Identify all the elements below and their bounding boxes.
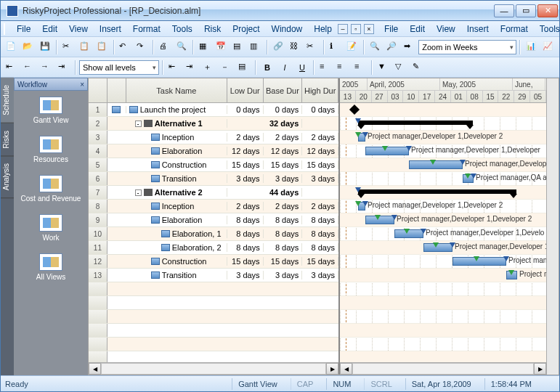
task-name-cell[interactable]: Construction xyxy=(126,160,227,169)
unlink-button[interactable]: ⛓ xyxy=(288,39,303,55)
expand-all-button[interactable]: ▤ xyxy=(236,60,252,75)
gantt-row[interactable] xyxy=(340,103,546,117)
cut-button[interactable]: ✂ xyxy=(60,39,76,55)
base-dur-cell[interactable]: 3 days xyxy=(264,174,303,183)
autofilter-button[interactable]: ▽ xyxy=(393,60,409,75)
mdi-minimize-button[interactable]: – xyxy=(338,24,348,34)
link-button[interactable]: 🔗 xyxy=(271,39,286,55)
menu-format[interactable]: Format xyxy=(127,23,166,36)
high-dur-cell[interactable]: 3 days xyxy=(302,174,338,183)
summary-bar[interactable] xyxy=(358,121,473,125)
gantt-row[interactable]: Project manager,Developer 1,Developer xyxy=(340,144,546,158)
low-dur-cell[interactable]: 0 days xyxy=(227,105,264,114)
nav-first-button[interactable]: ⇤ xyxy=(4,60,20,75)
task-row[interactable]: 9Elaboration8 days8 days8 days xyxy=(89,213,338,227)
menu-insert[interactable]: Insert xyxy=(94,23,127,36)
menu-tools[interactable]: Tools xyxy=(534,23,560,36)
base-dur-cell[interactable]: 44 days xyxy=(264,188,303,197)
outline-level-combo[interactable]: Show all levels xyxy=(79,60,159,75)
nav-next-button[interactable]: → xyxy=(38,60,54,75)
align-left-button[interactable]: ≡ xyxy=(317,60,333,75)
menu-edit[interactable]: Edit xyxy=(36,23,63,36)
align-right-button[interactable]: ≡ xyxy=(352,60,368,75)
menu-window[interactable]: Window xyxy=(266,23,309,36)
task-row[interactable]: 1Launch the project0 days0 days0 days xyxy=(89,103,338,117)
low-dur-cell[interactable]: 8 days xyxy=(227,229,264,238)
high-dur-cell[interactable]: 2 days xyxy=(302,202,338,211)
split-button[interactable]: ✂ xyxy=(305,39,320,55)
underline-button[interactable]: U xyxy=(294,60,310,75)
base-dur-cell[interactable]: 0 days xyxy=(264,105,303,114)
task-name-cell[interactable]: Elaboration xyxy=(126,216,227,224)
summary-bar[interactable] xyxy=(358,189,516,194)
task-bar[interactable] xyxy=(453,257,506,266)
gantt-chart[interactable]: 2005April, 2005May, 2005June, 1320270310… xyxy=(340,78,546,375)
sidebar-item-work[interactable]: Work xyxy=(14,208,88,248)
chart-button[interactable]: 📊 xyxy=(524,39,539,55)
gantt-row[interactable]: Project manager,Developer 1,Developer 2 xyxy=(340,213,546,227)
base-dur-cell[interactable]: 8 days xyxy=(264,216,303,224)
gantt-row[interactable]: Project mana xyxy=(340,269,546,282)
menu-format[interactable]: Format xyxy=(495,23,534,36)
view-risks-button[interactable]: ▥ xyxy=(248,39,263,55)
save-button[interactable]: 💾 xyxy=(38,39,53,55)
task-name-cell[interactable]: Elaboration, 1 xyxy=(126,229,227,238)
bold-button[interactable]: B xyxy=(259,60,275,75)
task-name-cell[interactable]: Elaboration, 2 xyxy=(126,243,227,252)
low-dur-cell[interactable]: 12 days xyxy=(227,147,264,155)
low-dur-cell[interactable]: 8 days xyxy=(227,243,264,252)
col-indicator[interactable] xyxy=(107,78,126,102)
mdi-close-button[interactable]: × xyxy=(364,24,374,34)
copy-button[interactable]: 📋 xyxy=(78,39,93,55)
task-row[interactable]: 2-Alternative 132 days xyxy=(89,117,338,131)
show-subtasks-button[interactable]: ＋ xyxy=(201,60,217,75)
task-bar[interactable] xyxy=(409,160,463,169)
task-row[interactable]: 13Transition3 days3 days3 days xyxy=(89,269,338,282)
task-name-cell[interactable]: Launch the project xyxy=(126,105,227,114)
high-dur-cell[interactable]: 15 days xyxy=(302,257,338,266)
gantt-row[interactable]: Project manager,Developer 1,Develo xyxy=(340,227,546,241)
report-button[interactable]: 📈 xyxy=(541,39,556,55)
base-dur-cell[interactable]: 8 days xyxy=(264,229,303,238)
task-row[interactable]: 11Elaboration, 28 days8 days8 days xyxy=(89,241,338,255)
col-task-name[interactable]: Task Name xyxy=(126,78,227,102)
zoom-out-button[interactable]: 🔎 xyxy=(384,39,399,55)
col-rownum[interactable] xyxy=(89,78,107,102)
task-name-cell[interactable]: Elaboration xyxy=(126,147,227,155)
gantt-hscroll[interactable]: ◀ ▶ xyxy=(340,362,546,375)
gantt-row[interactable]: Project manager,Developer 1,Developer 2 xyxy=(340,131,546,144)
gantt-row[interactable]: Project manager,Developer 1 xyxy=(340,241,546,255)
zoom-combo[interactable]: Zoom in Weeks xyxy=(418,40,516,54)
maximize-button[interactable]: ▭ xyxy=(516,4,536,17)
task-row[interactable]: 4Elaboration12 days12 days12 days xyxy=(89,144,338,158)
base-dur-cell[interactable]: 12 days xyxy=(264,147,303,155)
scroll-right-icon[interactable]: ▶ xyxy=(326,363,338,375)
milestone-icon[interactable] xyxy=(349,105,360,115)
high-dur-cell[interactable]: 15 days xyxy=(302,160,338,169)
task-row[interactable]: 7-Alternative 244 days xyxy=(89,186,338,200)
scroll-left-icon[interactable]: ◀ xyxy=(340,363,352,375)
expand-toggle-icon[interactable]: - xyxy=(135,189,142,196)
menu-help[interactable]: Help xyxy=(308,23,338,36)
align-center-button[interactable]: ≡ xyxy=(335,60,351,75)
minimize-button[interactable]: — xyxy=(494,4,514,17)
mdi-restore-button[interactable]: ▫ xyxy=(351,24,361,34)
task-name-cell[interactable]: Inception xyxy=(126,202,227,211)
nav-prev-button[interactable]: ← xyxy=(21,60,37,75)
titlebar[interactable]: RiskyProject Professional - [RP_Decision… xyxy=(1,1,559,21)
print-preview-button[interactable]: 🔍 xyxy=(174,39,190,55)
redo-button[interactable]: ↷ xyxy=(134,39,150,55)
task-name-cell[interactable]: -Alternative 2 xyxy=(126,188,227,197)
filter-button[interactable]: ▼ xyxy=(376,60,391,75)
scroll-left-icon[interactable]: ◀ xyxy=(89,363,101,375)
highlight-button[interactable]: ✎ xyxy=(410,60,426,75)
undo-button[interactable]: ↶ xyxy=(118,39,133,55)
task-name-cell[interactable]: Transition xyxy=(126,271,227,279)
task-row[interactable]: 8Inception2 days2 days2 days xyxy=(89,200,338,213)
task-row[interactable]: 6Transition3 days3 days3 days xyxy=(89,172,338,186)
menu-project[interactable]: Project xyxy=(227,23,265,36)
high-dur-cell[interactable]: 12 days xyxy=(302,147,338,155)
menu-tools[interactable]: Tools xyxy=(166,23,198,36)
low-dur-cell[interactable]: 3 days xyxy=(227,174,264,183)
close-button[interactable]: ✕ xyxy=(537,4,558,17)
